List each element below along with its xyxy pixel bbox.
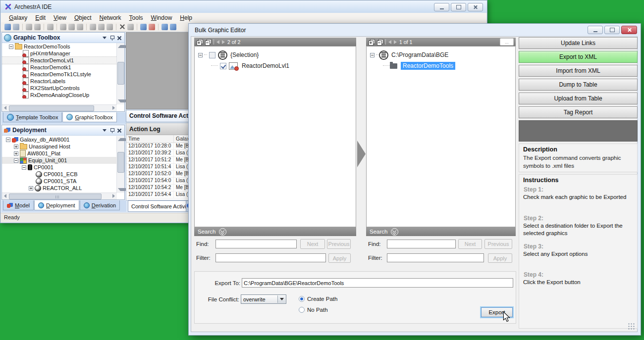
expand-expander-icon[interactable]	[14, 145, 18, 149]
collapse-expander-icon[interactable]	[198, 53, 203, 57]
action-log-column-headers[interactable]: Time Galaxy	[126, 135, 189, 143]
table-row[interactable]: 12/10/2017 10:28:0Me [B	[126, 143, 189, 150]
menu-tools[interactable]: Tools	[125, 13, 147, 22]
tab-template-toolbox[interactable]: Template Toolbox	[3, 112, 62, 122]
tab-model[interactable]: Model	[3, 200, 34, 210]
panel-close-button[interactable]	[116, 35, 122, 41]
table-row[interactable]: 12/10/2017 10:54:0Lisa (	[126, 178, 189, 185]
validate-icon[interactable]	[26, 24, 32, 30]
dialog-minimize-button[interactable]	[588, 26, 603, 34]
source-search-bar[interactable]: Search	[194, 227, 356, 236]
next-button[interactable]: Next	[300, 239, 325, 249]
collapse-expander-icon[interactable]	[14, 158, 18, 163]
tree-row[interactable]: pHXmtrManager	[2, 50, 117, 57]
menu-help[interactable]: Help	[176, 13, 196, 22]
save-icon[interactable]	[34, 24, 41, 30]
table-row[interactable]: 12/10/2017 10:52:0Me [B	[126, 171, 189, 178]
users-icon[interactable]	[140, 24, 147, 30]
selection-checkbox-unchecked[interactable]	[209, 52, 215, 58]
attach-icon[interactable]	[47, 24, 54, 30]
menu-object[interactable]: Object	[70, 13, 96, 22]
find-input[interactable]	[215, 240, 297, 248]
tree-row[interactable]: ReactorDemoTools	[2, 43, 117, 50]
dialog-close-button[interactable]	[621, 26, 637, 34]
tab-control-software-activity[interactable]: Control Software Activity	[128, 200, 194, 212]
expand-all-icon[interactable]	[197, 39, 203, 45]
dropdown-arrow-icon[interactable]	[277, 295, 285, 303]
tree-row[interactable]: CP0001_ECB	[2, 171, 117, 178]
horizontal-scrollbar[interactable]	[2, 193, 117, 199]
table-row[interactable]: 12/10/2017 10:54:4Lisa (	[126, 192, 189, 198]
tree-row[interactable]: RxDemoAnalogCloseUp	[2, 92, 117, 98]
tag-report-button[interactable]: Tag Report	[519, 106, 638, 118]
scrollbar-thumb[interactable]	[9, 194, 102, 199]
panel-pin-button[interactable]	[108, 35, 115, 41]
next-button[interactable]: Next	[458, 239, 482, 249]
column-time[interactable]: Time	[126, 135, 174, 143]
dest-search-bar[interactable]: Search	[366, 227, 516, 236]
scroll-right-icon[interactable]	[112, 106, 115, 110]
horizontal-scrollbar[interactable]	[2, 104, 117, 111]
collapse-expander-icon[interactable]	[6, 138, 10, 142]
table-row[interactable]: 12/10/2017 10:54:2Me [B	[126, 185, 189, 192]
deploy-icon[interactable]	[60, 24, 66, 30]
find-input[interactable]	[387, 240, 456, 248]
collapse-all-icon[interactable]	[377, 39, 383, 45]
tree-row-selected[interactable]: Equip_Unit_001	[2, 157, 117, 164]
tree-row-selected[interactable]: ReactorDemoTools	[367, 60, 515, 71]
tree-row[interactable]: ReactorDemoTk1CLstyle	[2, 71, 117, 78]
tree-row[interactable]: REACTOR_ALL	[2, 185, 117, 192]
no-path-radio[interactable]	[299, 307, 305, 313]
undeploy-icon[interactable]	[68, 24, 75, 30]
create-path-radio[interactable]	[299, 296, 305, 302]
checkout-icon[interactable]	[90, 24, 96, 30]
checkin-icon[interactable]	[98, 24, 105, 30]
previous-match-icon[interactable]	[388, 40, 391, 44]
expand-expander-icon[interactable]	[14, 151, 18, 156]
group-menu-icon[interactable]	[218, 50, 227, 60]
group-menu-icon[interactable]	[379, 50, 388, 60]
table-row[interactable]: 12/10/2017 10:39:2Lisa (	[126, 150, 189, 157]
scrollbar-thumb[interactable]	[9, 105, 94, 111]
tree-row[interactable]: Unassigned Host	[2, 143, 117, 150]
panel-pin-button[interactable]	[108, 127, 115, 134]
tree-row[interactable]: CP0001_STA	[2, 178, 117, 185]
previous-match-icon[interactable]	[216, 40, 219, 44]
scroll-left-icon[interactable]	[4, 106, 6, 110]
delete-icon[interactable]	[119, 24, 125, 30]
scrollbar-thumb[interactable]	[117, 62, 124, 85]
panel-menu-button[interactable]	[101, 127, 107, 134]
link-icon[interactable]	[161, 24, 168, 30]
tree-row[interactable]: ReactorLabels	[2, 78, 117, 85]
menu-window[interactable]: Window	[147, 13, 176, 22]
menu-view[interactable]: View	[50, 13, 70, 22]
column-galaxy[interactable]: Galaxy	[174, 135, 189, 143]
tree-row[interactable]: C:\ProgramData\BGE	[367, 49, 515, 60]
browse-button[interactable]: ...	[500, 38, 514, 46]
find-icon[interactable]	[127, 24, 134, 30]
collapse-expander-icon[interactable]	[9, 45, 13, 49]
ide-minimize-button[interactable]	[434, 3, 449, 11]
dialog-maximize-button[interactable]	[604, 26, 620, 34]
update-links-button[interactable]: Update Links	[519, 37, 638, 49]
vertical-scrollbar[interactable]	[116, 136, 124, 193]
tab-graphic-toolbox[interactable]: GraphicToolbox	[62, 112, 116, 122]
menu-edit[interactable]: Edit	[31, 13, 50, 22]
import-object-icon[interactable]	[13, 24, 19, 30]
filter-input[interactable]	[387, 253, 484, 262]
collapse-search-icon[interactable]	[391, 228, 398, 236]
graphic-checkbox-checked[interactable]	[220, 63, 226, 69]
collapse-expander-icon[interactable]	[370, 53, 375, 57]
expand-all-icon[interactable]	[369, 39, 375, 45]
upload-from-table-button[interactable]: Upload from Table	[519, 93, 638, 104]
collapse-search-icon[interactable]	[219, 228, 226, 236]
apply-button[interactable]: Apply	[328, 253, 351, 263]
collapse-all-icon[interactable]	[205, 39, 211, 45]
panel-close-button[interactable]	[116, 127, 122, 134]
panel-menu-button[interactable]	[101, 35, 107, 41]
upload-changes-icon[interactable]	[77, 24, 83, 30]
tree-row-selected[interactable]: ReactorDemoLvl1	[2, 57, 117, 64]
tree-row[interactable]: ReactorDemotk1	[2, 64, 117, 71]
vertical-scrollbar[interactable]	[116, 43, 124, 104]
scrollbar-thumb[interactable]	[117, 152, 124, 173]
